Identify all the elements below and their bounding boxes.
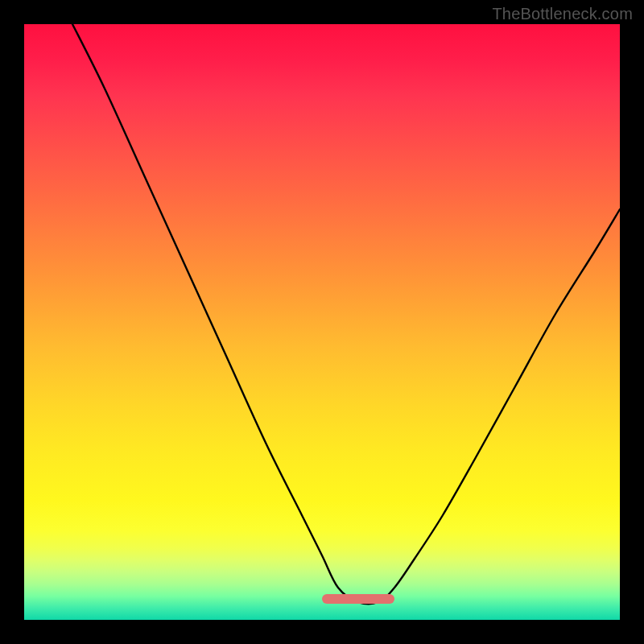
plot-area — [24, 24, 620, 620]
chart-frame: TheBottleneck.com — [0, 0, 644, 644]
optimal-range-marker — [322, 594, 394, 604]
bottleneck-curve — [24, 24, 620, 620]
watermark-text: TheBottleneck.com — [492, 5, 633, 23]
